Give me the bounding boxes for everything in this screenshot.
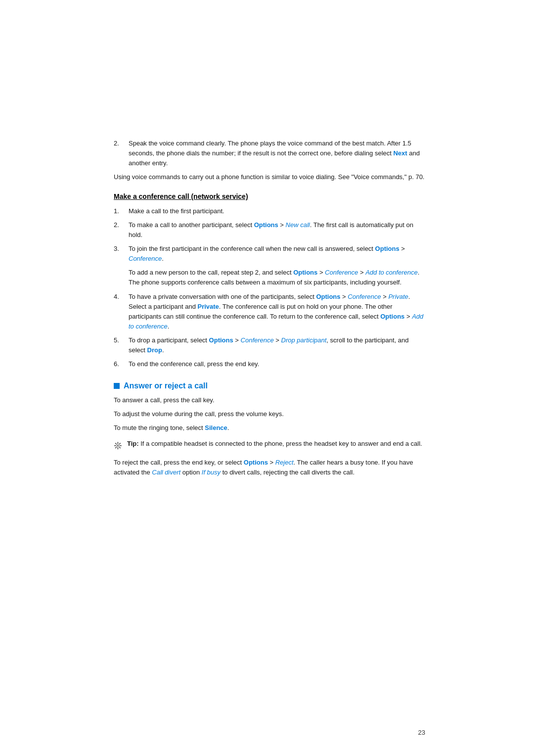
answer-line2: To adjust the volume during the call, pr… — [114, 409, 425, 419]
ind-conference: Conference — [325, 269, 358, 276]
step-number-2: 2. — [114, 139, 129, 168]
reject-after: to divert calls, rejecting the call dive… — [221, 469, 355, 476]
s5-drop-participant: Drop participant — [281, 336, 327, 344]
tip-label: Tip: — [127, 440, 140, 447]
sep-c2-1: > — [278, 221, 286, 229]
s5-options: Options — [209, 336, 233, 344]
s4-private2: Private — [197, 303, 219, 310]
ind-before: To add a new person to the call, repeat … — [129, 269, 293, 276]
s5-sep1: > — [233, 336, 241, 344]
s5-sep2: > — [274, 336, 281, 344]
conference-step2: 2. To make a call to another participant… — [114, 220, 425, 240]
step-content-c4: To have a private conversation with one … — [129, 292, 425, 332]
step-content-c3: To join the first participant in the con… — [129, 244, 425, 264]
line3-before: To mute the ringing tone, select — [114, 424, 205, 431]
step-content-2: Speak the voice command clearly. The pho… — [129, 139, 425, 168]
s4-period: . — [168, 323, 170, 330]
conference-step1: 1. Make a call to the first participant. — [114, 206, 425, 216]
conference-step4: 4. To have a private conversation with o… — [114, 292, 425, 332]
call-divert-label: Call divert — [152, 469, 180, 476]
step-content-c5: To drop a participant, select Options > … — [129, 335, 425, 355]
step-content-c6: To end the conference call, press the en… — [129, 359, 425, 369]
s4-before: To have a private conversation with one … — [129, 293, 316, 300]
options-label-c3: Options — [375, 245, 400, 252]
conference-step3: 3. To join the first participant in the … — [114, 244, 425, 264]
options-label-c2: Options — [254, 221, 278, 229]
sep-c3: > — [400, 245, 405, 252]
answer-heading-text: Answer or reject a call — [124, 381, 208, 390]
ind-add-to-conference: Add to conference — [365, 269, 418, 276]
step2-text: Speak the voice command clearly. The pho… — [129, 140, 411, 157]
s4-sep1: > — [341, 293, 348, 300]
new-call-label: New call — [286, 221, 310, 229]
tip-box: ❊ Tip: If a compatible headset is connec… — [114, 439, 425, 452]
silence-label: Silence — [205, 424, 227, 431]
s4-private: Private — [388, 293, 408, 300]
step-num-c4: 4. — [114, 292, 129, 332]
intro-step2: 2. Speak the voice command clearly. The … — [114, 139, 425, 168]
tip-text: Tip: If a compatible headset is connecte… — [127, 439, 422, 449]
page: 2. Speak the voice command clearly. The … — [0, 0, 534, 756]
answer-heading: Answer or reject a call — [114, 381, 425, 390]
step-num-c6: 6. — [114, 359, 129, 369]
s4-options2: Options — [380, 313, 404, 320]
tip-content: If a compatible headset is connected to … — [140, 440, 422, 447]
step-c3-before: To join the first participant in the con… — [129, 245, 375, 252]
step-num-c5: 5. — [114, 335, 129, 355]
conference-step5: 5. To drop a participant, select Options… — [114, 335, 425, 355]
step-c2-before: To make a call to another participant, s… — [129, 221, 254, 229]
answer-reject-line: To reject the call, press the end key, o… — [114, 458, 425, 477]
conference-heading: Make a conference call (network service) — [114, 192, 425, 200]
s5-period: . — [162, 346, 164, 354]
reject-sep1: > — [268, 459, 275, 466]
reject-label: Reject — [275, 459, 294, 466]
step-num-1: 1. — [114, 206, 129, 216]
step3-indented: To add a new person to the call, repeat … — [129, 268, 425, 287]
s4-conference: Conference — [348, 293, 381, 300]
page-number: 23 — [418, 729, 425, 736]
reject-mid2: option — [180, 469, 202, 476]
s5-conference: Conference — [241, 336, 274, 344]
ind-options: Options — [293, 269, 317, 276]
step-num-c3: 3. — [114, 244, 129, 264]
line3-after: . — [227, 424, 229, 431]
step-content-c2: To make a call to another participant, s… — [129, 220, 425, 240]
headset-icon: ❊ — [114, 440, 122, 452]
reject-options: Options — [244, 459, 268, 466]
s4-options: Options — [316, 293, 340, 300]
answer-line1: To answer a call, press the call key. — [114, 395, 425, 405]
ind-sep2: > — [358, 269, 365, 276]
s5-before: To drop a participant, select — [129, 336, 209, 344]
step-content-c1: Make a call to the first participant. — [129, 206, 425, 216]
top-spacer — [114, 30, 425, 139]
next-label: Next — [393, 149, 407, 157]
s5-drop: Drop — [147, 346, 162, 354]
s4-sep3: > — [404, 313, 412, 320]
conference-step6: 6. To end the conference call, press the… — [114, 359, 425, 369]
conference-label-c3: Conference — [129, 255, 162, 262]
step-num-c2: 2. — [114, 220, 129, 240]
if-busy-label: If busy — [202, 469, 221, 476]
ind-sep1: > — [317, 269, 325, 276]
step-c3-after: . — [162, 255, 164, 262]
s4-sep2: > — [381, 293, 389, 300]
blue-square-icon — [114, 383, 120, 389]
answer-line3: To mute the ringing tone, select Silence… — [114, 423, 425, 433]
voice-command-note: Using voice commands to carry out a phon… — [114, 172, 425, 182]
reject-before: To reject the call, press the end key, o… — [114, 459, 244, 466]
